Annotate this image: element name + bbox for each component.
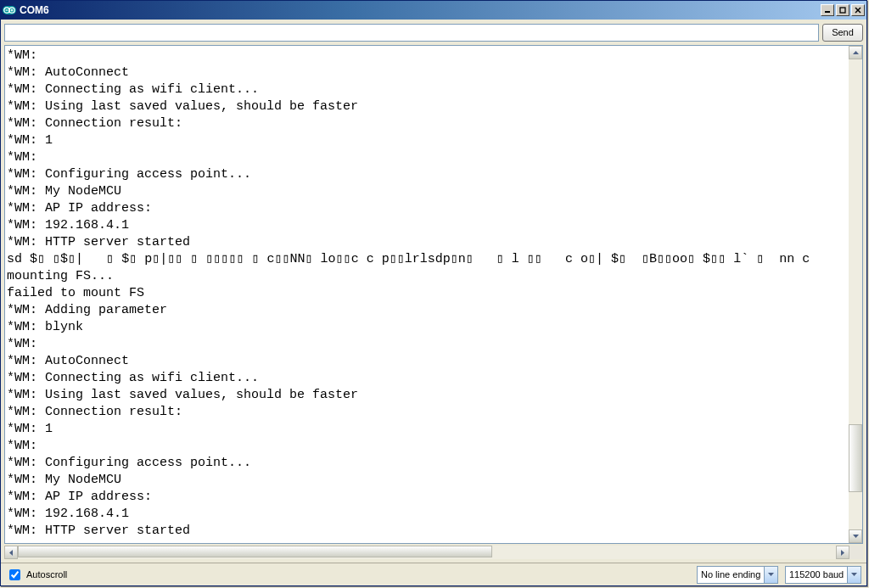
maximize-button[interactable]	[836, 4, 849, 16]
send-row: Send	[1, 20, 866, 45]
scroll-left-arrow-icon[interactable]	[4, 546, 18, 559]
autoscroll-label: Autoscroll	[26, 569, 67, 580]
line-ending-select[interactable]: No line ending	[697, 566, 778, 584]
minimize-button[interactable]	[821, 4, 834, 16]
console-area: *WM: *WM: AutoConnect *WM: Connecting as…	[4, 45, 863, 544]
svg-marker-11	[853, 535, 859, 538]
send-button[interactable]: Send	[822, 24, 863, 42]
console-output[interactable]: *WM: *WM: AutoConnect *WM: Connecting as…	[5, 46, 849, 543]
chevron-down-icon	[764, 567, 777, 583]
scroll-up-arrow-icon[interactable]	[849, 46, 862, 59]
scroll-down-arrow-icon[interactable]	[849, 529, 862, 543]
scroll-thumb[interactable]	[849, 424, 862, 492]
svg-marker-10	[853, 51, 859, 54]
chevron-down-icon	[847, 567, 861, 583]
line-ending-value: No line ending	[701, 569, 764, 580]
svg-marker-13	[841, 550, 844, 556]
serial-input[interactable]	[4, 24, 819, 42]
autoscroll-toggle[interactable]: Autoscroll	[6, 567, 690, 583]
scroll-corner	[849, 546, 863, 559]
hscroll-thumb[interactable]	[18, 546, 492, 557]
svg-marker-12	[9, 550, 13, 556]
scroll-track[interactable]	[849, 59, 862, 529]
window-controls	[819, 4, 865, 16]
vertical-scrollbar[interactable]	[849, 46, 862, 543]
status-bar: Autoscroll No line ending 115200 baud	[1, 563, 866, 585]
window-title: COM6	[20, 4, 819, 16]
hscroll-track[interactable]	[18, 546, 836, 559]
svg-rect-7	[840, 8, 845, 13]
arduino-app-icon	[3, 3, 16, 17]
svg-marker-15	[851, 573, 857, 576]
horizontal-scroll-row	[4, 546, 863, 561]
horizontal-scrollbar[interactable]	[4, 546, 849, 559]
baud-rate-select[interactable]: 115200 baud	[785, 566, 861, 584]
scroll-right-arrow-icon[interactable]	[836, 546, 849, 559]
send-button-label: Send	[832, 27, 854, 37]
svg-marker-14	[768, 573, 774, 576]
baud-rate-value: 115200 baud	[789, 569, 847, 580]
serial-monitor-window: COM6 Send *WM: *WM: AutoConnect *WM: Con…	[0, 0, 867, 586]
autoscroll-checkbox[interactable]	[9, 569, 20, 580]
titlebar[interactable]: COM6	[1, 1, 866, 20]
close-button[interactable]	[851, 4, 865, 16]
